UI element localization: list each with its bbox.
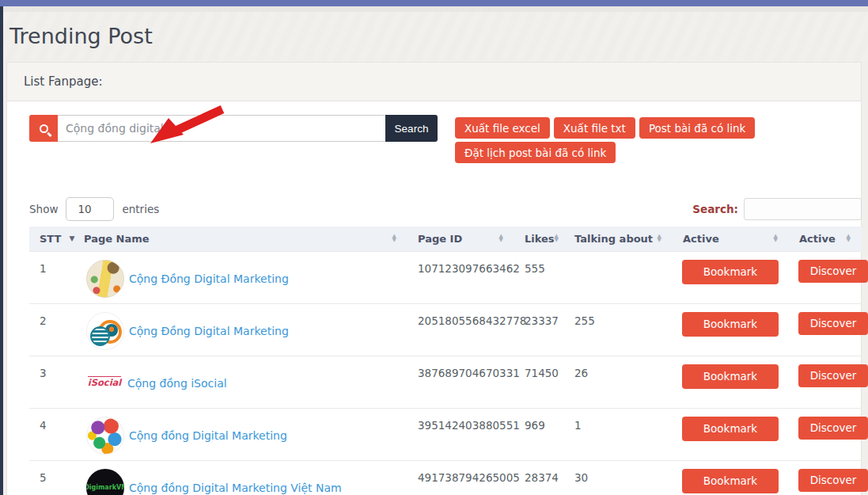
table-search-label: Search: — [692, 203, 738, 215]
bookmark-cell: Bookmark — [673, 251, 789, 303]
page-name-link[interactable]: Cộng Đồng Digital Marketing — [129, 272, 289, 285]
sort-icon: ▲▼ — [774, 234, 778, 242]
sort-icon: ▲▼ — [847, 234, 851, 242]
likes-cell: 28374 — [514, 460, 564, 495]
fanpage-panel: List Fanpage: Search Xuất file excel Xuấ… — [6, 62, 862, 495]
magnifier-icon — [40, 124, 48, 133]
bookmark-button[interactable]: Bookmark — [682, 312, 779, 337]
sort-desc-icon: ▼ — [69, 234, 74, 242]
page-id-cell: 395142403880551 — [407, 408, 514, 460]
sort-icon: ▲▼ — [499, 234, 503, 242]
search-button[interactable]: Search — [385, 115, 438, 142]
page-name-link[interactable]: Cộng Đồng Digital Marketing — [129, 325, 289, 337]
table-search: Search: — [692, 198, 862, 220]
fanpage-search-group: Search — [29, 115, 438, 142]
table-row: 2 Cộng Đồng Digital Marketing 2051805568… — [29, 303, 862, 356]
schedule-post-with-link-button[interactable]: Đặt lịch post bài đã có link — [455, 142, 616, 163]
column-header-page-name[interactable]: Page Name ▲▼ — [74, 227, 407, 251]
discover-cell: Discover — [789, 303, 862, 356]
discover-button[interactable]: Discover — [798, 312, 868, 335]
table-controls: Show 10 entries Search: — [29, 197, 862, 221]
page-name-link[interactable]: Cộng đồng Digital Marketing Việt Nam — [129, 482, 342, 494]
discover-button[interactable]: Discover — [798, 364, 868, 387]
bookmark-button[interactable]: Bookmark — [682, 364, 779, 389]
column-header-active-discover[interactable]: Active ▲▼ — [789, 227, 862, 251]
talking-about-cell: 30 — [564, 460, 673, 495]
talking-about-cell: 1 — [564, 408, 673, 460]
page-avatar — [86, 312, 124, 350]
fanpage-table: STT ▼ Page Name ▲▼ Page ID ▲▼ Likes — [29, 227, 862, 495]
page-avatar — [86, 260, 124, 298]
discover-button[interactable]: Discover — [798, 417, 868, 440]
export-excel-button[interactable]: Xuất file excel — [455, 117, 550, 139]
fanpage-search-input[interactable] — [58, 115, 385, 142]
likes-cell: 71450 — [514, 356, 564, 408]
export-actions: Xuất file excel Xuất file txt Post bài đ… — [455, 117, 771, 163]
page-name-cell: iSocial Cộng đồng iSocial — [74, 356, 407, 408]
table-row: 3 iSocial Cộng đồng iSocial 387689704670… — [29, 356, 862, 408]
show-label: Show — [29, 203, 58, 215]
page-id-cell: 2051805568432778 — [407, 303, 514, 356]
discover-cell: Discover — [789, 408, 862, 460]
likes-cell: 555 — [514, 251, 564, 303]
page-name-cell: Cộng Đồng Digital Marketing — [74, 251, 407, 303]
table-row: 5 DigimarkVN Cộng đồng Digital Marketing… — [29, 460, 862, 495]
page-name-link[interactable]: Cộng đồng iSocial — [127, 377, 227, 390]
search-toolbar: Search Xuất file excel Xuất file txt Pos… — [29, 115, 861, 163]
panel-body: Search Xuất file excel Xuất file txt Pos… — [7, 101, 861, 495]
discover-cell: Discover — [789, 356, 862, 408]
table-header-row: STT ▼ Page Name ▲▼ Page ID ▲▼ Likes — [29, 227, 862, 251]
page-avatar — [86, 417, 124, 455]
column-header-stt[interactable]: STT ▼ — [29, 227, 74, 251]
discover-button[interactable]: Discover — [798, 469, 868, 492]
page-id-cell: 107123097663462 — [407, 251, 514, 303]
collapsed-sidebar-edge — [0, 6, 3, 495]
column-header-talking-about[interactable]: Talking about ▲▼ — [564, 227, 673, 251]
stt-cell: 2 — [29, 303, 74, 356]
bookmark-button[interactable]: Bookmark — [682, 260, 779, 284]
discover-button[interactable]: Discover — [798, 260, 868, 283]
bookmark-button[interactable]: Bookmark — [682, 417, 779, 441]
entries-label: entries — [122, 203, 159, 215]
panel-title: List Fanpage: — [24, 74, 102, 89]
bookmark-cell: Bookmark — [673, 460, 789, 495]
stt-cell: 5 — [29, 460, 74, 495]
table-row: 4 Cộng đồng Digital Marketing 3951424038… — [29, 408, 862, 460]
entries-select[interactable]: 10 — [66, 197, 114, 221]
top-accent-bar — [0, 0, 868, 6]
sort-icon: ▲▼ — [555, 234, 559, 242]
table-search-input[interactable] — [744, 198, 862, 220]
bookmark-button[interactable]: Bookmark — [682, 469, 779, 493]
column-header-likes[interactable]: Likes ▲▼ — [514, 227, 564, 251]
page-header: Trending Post — [3, 12, 868, 62]
fanpage-table-body: 1 Cộng Đồng Digital Marketing 1071230976… — [29, 251, 862, 495]
page-id-cell: 491738794265005 — [407, 460, 514, 495]
discover-cell: Discover — [789, 251, 862, 303]
header-divider-strip — [0, 6, 868, 12]
column-header-page-id[interactable]: Page ID ▲▼ — [407, 227, 514, 251]
bookmark-cell: Bookmark — [673, 303, 789, 356]
page-name-cell: Cộng Đồng Digital Marketing — [74, 303, 407, 356]
page-avatar: iSocial — [86, 376, 123, 390]
talking-about-cell — [564, 251, 673, 303]
page-name-link[interactable]: Cộng đồng Digital Marketing — [129, 429, 287, 442]
page-name-cell: DigimarkVN Cộng đồng Digital Marketing V… — [74, 460, 407, 495]
page-id-cell: 387689704670331 — [407, 356, 514, 408]
panel-header: List Fanpage: — [7, 63, 861, 101]
likes-cell: 969 — [514, 408, 564, 460]
bookmark-cell: Bookmark — [673, 408, 789, 460]
discover-cell: Discover — [789, 460, 862, 495]
entries-select-value: 10 — [78, 203, 91, 215]
stt-cell: 3 — [29, 356, 74, 408]
stt-cell: 4 — [29, 408, 74, 460]
post-with-link-button[interactable]: Post bài đã có link — [639, 117, 755, 139]
talking-about-cell: 26 — [564, 356, 673, 408]
column-header-active-bookmark[interactable]: Active ▲▼ — [673, 227, 789, 251]
bookmark-cell: Bookmark — [673, 356, 789, 408]
page-name-cell: Cộng đồng Digital Marketing — [74, 408, 407, 460]
stt-cell: 1 — [29, 251, 74, 303]
likes-cell: 23337 — [514, 303, 564, 356]
search-icon-button[interactable] — [29, 115, 58, 142]
export-txt-button[interactable]: Xuất file txt — [554, 117, 635, 139]
page-title: Trending Post — [9, 24, 153, 48]
